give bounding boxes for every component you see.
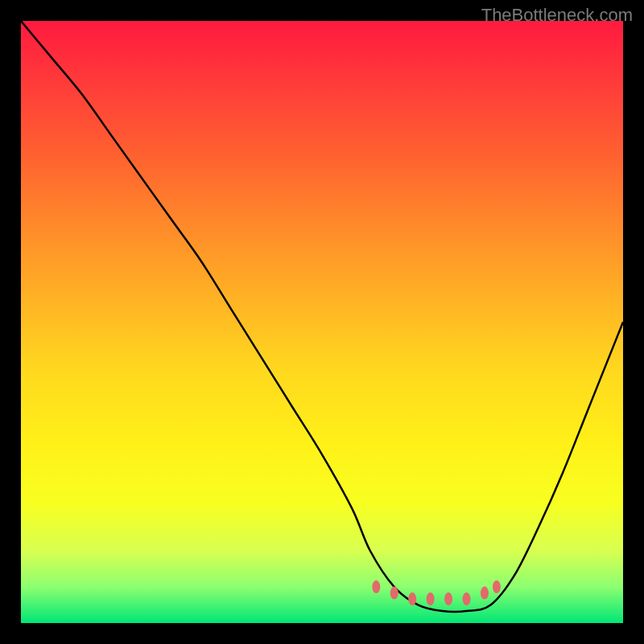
- chart-plot-area: [21, 21, 623, 623]
- chart-marker: [463, 592, 471, 605]
- chart-marker: [427, 592, 435, 605]
- chart-marker: [408, 592, 416, 605]
- chart-curve-group: [21, 21, 623, 612]
- chart-marker: [444, 592, 452, 605]
- chart-marker: [390, 587, 398, 600]
- chart-marker: [481, 587, 489, 600]
- watermark-text: TheBottleneck.com: [481, 5, 633, 26]
- chart-marker: [493, 580, 501, 593]
- chart-marker: [372, 580, 380, 593]
- chart-svg: [21, 21, 623, 623]
- bottleneck-curve: [21, 21, 623, 612]
